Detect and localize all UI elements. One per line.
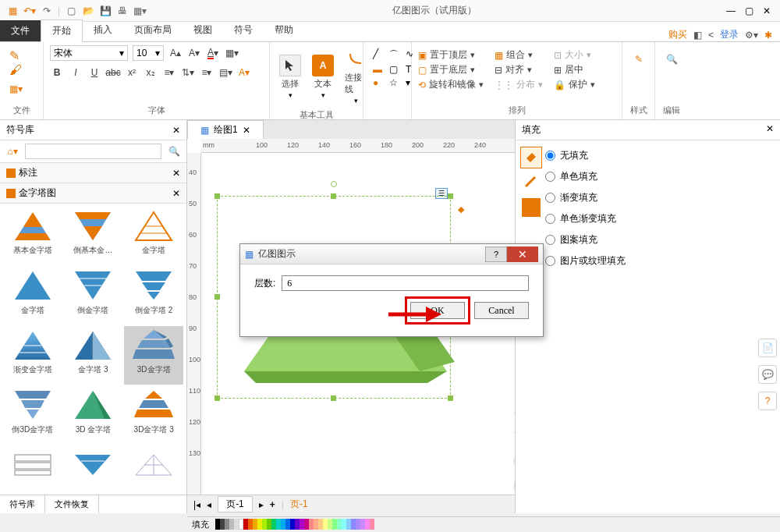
tab-help[interactable]: 帮助 <box>264 20 304 41</box>
save-icon[interactable]: 💾 <box>99 5 112 17</box>
shape-item[interactable] <box>64 445 123 491</box>
font-size-select[interactable]: 10▾ <box>133 45 164 61</box>
text-tool[interactable]: A 文本▾ <box>309 51 337 102</box>
fill-panel-close-icon[interactable]: ✕ <box>766 123 774 137</box>
maximize-button[interactable]: ▢ <box>745 5 753 16</box>
shape-item[interactable]: 渐变金字塔 <box>3 326 62 385</box>
shape-item[interactable]: 金字塔 <box>124 207 183 265</box>
shape-item-selected[interactable]: 3D金字塔 <box>124 326 183 385</box>
action-handle-icon[interactable]: ◆ <box>458 204 464 215</box>
theme-icon[interactable]: ✱ <box>764 30 772 41</box>
group-btn[interactable]: ▦组合 ▾ <box>495 48 543 62</box>
page-nav-first[interactable]: |◂ <box>193 499 200 510</box>
sidebar-close-icon[interactable]: ✕ <box>172 125 180 136</box>
fill-swatch[interactable] <box>520 197 542 218</box>
file-tab[interactable]: 文件 <box>0 20 41 41</box>
spacing-icon[interactable]: ⇅▾ <box>181 66 195 80</box>
layers-icon[interactable]: ▦▾ <box>9 83 34 94</box>
superscript-icon[interactable]: x² <box>125 66 139 80</box>
print-icon[interactable]: 🖶 <box>116 5 129 17</box>
shape-item[interactable]: 金字塔 3 <box>64 326 123 385</box>
undo-icon[interactable]: ↶▾ <box>23 5 36 17</box>
layers-input[interactable] <box>282 275 529 291</box>
search-icon[interactable]: 🔍 <box>165 144 183 159</box>
page-nav-prev[interactable]: ◂ <box>207 499 211 510</box>
protect-btn[interactable]: 🔒保护 ▾ <box>554 78 595 91</box>
fill-option-solid[interactable]: 单色填充 <box>545 166 780 187</box>
fill-option-solid-gradient[interactable]: 单色渐变填充 <box>545 208 780 229</box>
align-btn[interactable]: ⊟对齐 ▾ <box>495 63 543 76</box>
home-icon[interactable]: ⌂▾ <box>3 144 22 159</box>
subscript-icon[interactable]: x₂ <box>144 66 158 80</box>
star-shape[interactable]: ☆ <box>389 77 403 88</box>
select-tool[interactable]: 选择▾ <box>276 51 304 102</box>
comment-icon[interactable]: 💬 <box>758 365 777 384</box>
underline-icon[interactable]: U <box>87 66 101 80</box>
shape-item[interactable]: 倒基本金… <box>64 207 123 265</box>
line-shape[interactable]: ╱ <box>373 48 387 62</box>
strike-icon[interactable]: abc <box>106 66 120 80</box>
shape-item[interactable] <box>3 445 62 491</box>
font-color-icon[interactable]: A▾ <box>206 46 220 60</box>
edit-btn[interactable]: 🔍 <box>661 45 682 73</box>
tab-symbol-lib[interactable]: 符号库 <box>0 495 45 513</box>
fill-option-texture[interactable]: 图片或纹理填充 <box>545 250 780 271</box>
fill-paint-icon[interactable] <box>520 147 542 168</box>
rect-shape[interactable]: ▬ <box>373 64 387 75</box>
help-icon[interactable]: ? <box>758 392 777 410</box>
size-btn[interactable]: ⊡大小 ▾ <box>554 48 595 62</box>
shape-item[interactable]: 倒3D金字塔 <box>3 386 62 445</box>
fill-option-gradient[interactable]: 渐变填充 <box>545 187 780 208</box>
tab-layout[interactable]: 页面布局 <box>123 20 183 41</box>
italic-icon[interactable]: I <box>69 66 83 80</box>
color-palette[interactable] <box>215 519 374 531</box>
buy-link[interactable]: 购买 <box>668 28 687 41</box>
shape-item[interactable]: 金字塔 <box>3 267 62 325</box>
highlight-icon[interactable]: ▦▾ <box>225 46 239 60</box>
fill-option-pattern[interactable]: 图案填充 <box>545 229 780 250</box>
align-icon[interactable]: ≡▾ <box>200 66 214 80</box>
rotate-mirror[interactable]: ⟲旋转和镜像 ▾ <box>418 78 484 91</box>
page-label-right[interactable]: 页-1 <box>290 498 308 511</box>
section-pyramid[interactable]: 金字塔图 ✕ <box>0 183 186 204</box>
login-link[interactable]: 登录 <box>720 28 739 41</box>
open-icon[interactable]: 📂 <box>82 5 94 17</box>
feedback-icon[interactable]: ◧ <box>693 30 702 41</box>
properties-icon[interactable]: 📄 <box>758 339 777 357</box>
minimize-button[interactable]: — <box>726 5 736 16</box>
page-nav-next[interactable]: ▸ <box>259 499 264 510</box>
page-add-icon[interactable]: + <box>270 499 275 510</box>
tab-symbol[interactable]: 符号 <box>223 20 264 41</box>
redo-icon[interactable]: ↷ <box>41 5 53 17</box>
center-btn[interactable]: ⊞居中 <box>554 63 595 76</box>
shape-item[interactable]: 基本金字塔 <box>3 207 62 265</box>
rrect-shape[interactable]: ▢ <box>389 64 403 75</box>
fill-option-none[interactable]: 无填充 <box>545 145 780 166</box>
share-icon[interactable]: < <box>708 30 714 41</box>
rotate-handle-icon[interactable] <box>331 181 337 187</box>
cancel-button[interactable]: Cancel <box>474 302 529 319</box>
shape-item[interactable]: 倒金字塔 2 <box>124 267 183 325</box>
shape-item[interactable]: 3D金字塔 3 <box>124 386 183 445</box>
arc-shape[interactable]: ⌒ <box>389 48 403 62</box>
tab-start[interactable]: 开始 <box>41 20 83 42</box>
dialog-close-button[interactable]: ✕ <box>507 246 538 262</box>
format-painter-icon[interactable]: ✎ 🖌 <box>9 48 34 77</box>
export-icon[interactable]: ▦▾ <box>133 5 146 17</box>
settings-icon[interactable]: ⚙▾ <box>745 30 758 41</box>
bullets-icon[interactable]: ≡▾ <box>162 66 176 80</box>
shape-item[interactable] <box>124 445 183 491</box>
tab-view[interactable]: 视图 <box>183 20 223 41</box>
section-close-icon[interactable]: ✕ <box>172 168 180 179</box>
dialog-help-button[interactable]: ? <box>485 246 507 262</box>
bold-icon[interactable]: B <box>50 66 64 80</box>
document-tab[interactable]: ▦ 绘图1 ✕ <box>187 120 264 139</box>
increase-font-icon[interactable]: A▴ <box>168 46 183 60</box>
section-annotation[interactable]: 标注 ✕ <box>0 163 186 183</box>
search-input[interactable] <box>25 144 161 159</box>
tab-insert[interactable]: 插入 <box>83 20 123 41</box>
close-button[interactable]: ✕ <box>763 5 771 16</box>
valign-icon[interactable]: ▤▾ <box>218 66 232 80</box>
decrease-font-icon[interactable]: A▾ <box>187 46 201 60</box>
dialog-titlebar[interactable]: ▦亿图图示 ? ✕ <box>240 244 543 264</box>
